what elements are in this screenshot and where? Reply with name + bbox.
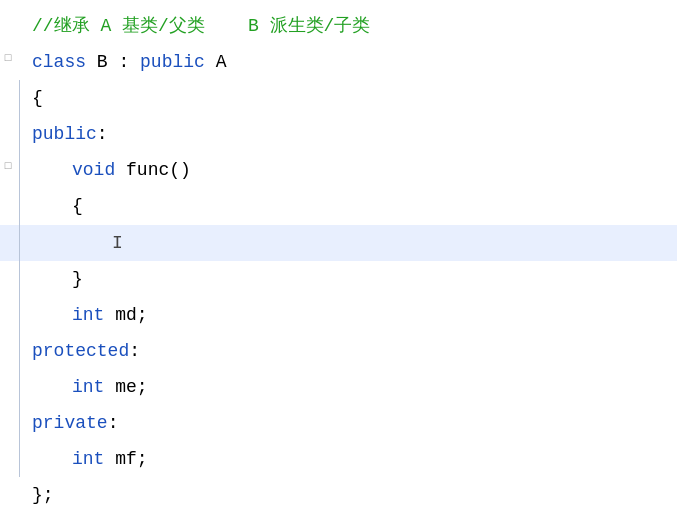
- line-bar-area: [16, 405, 24, 441]
- plain-token: };: [32, 485, 54, 505]
- identifier-token: me;: [115, 377, 147, 397]
- plain-token: [104, 449, 115, 469]
- code-line: {: [0, 188, 677, 224]
- line-text: private:: [24, 405, 677, 441]
- line-gutter[interactable]: □: [0, 152, 16, 188]
- line-text: I: [24, 225, 677, 261]
- comment-token: //继承 A 基类/父类 B 派生类/子类: [32, 16, 370, 36]
- keyword-token: class: [32, 52, 86, 72]
- line-text: int md;: [24, 297, 677, 333]
- line-bar-area: [16, 477, 24, 507]
- line-gutter[interactable]: □: [0, 44, 16, 80]
- line-bar-area: [16, 369, 24, 405]
- line-bar-area: [16, 297, 24, 333]
- text-cursor: I: [112, 233, 123, 253]
- line-text: void func(): [24, 152, 677, 188]
- code-line: int me;: [0, 369, 677, 405]
- line-gutter: [0, 116, 16, 152]
- identifier-token: md;: [115, 305, 147, 325]
- line-gutter: [0, 369, 16, 405]
- plain-token: {: [72, 196, 83, 216]
- line-gutter: [0, 477, 16, 507]
- code-line: I: [0, 225, 677, 261]
- keyword-token: int: [72, 449, 104, 469]
- line-text: {: [24, 80, 677, 116]
- line-bar-area: [16, 333, 24, 369]
- keyword-token: int: [72, 305, 104, 325]
- plain-token: [104, 305, 115, 325]
- identifier-token: A: [216, 52, 227, 72]
- line-text: protected:: [24, 333, 677, 369]
- line-bar-area: [16, 261, 24, 297]
- plain-token: [104, 377, 115, 397]
- plain-token: }: [72, 269, 83, 289]
- line-gutter: [0, 225, 16, 261]
- line-gutter: [0, 333, 16, 369]
- line-gutter: [0, 297, 16, 333]
- lines-container: //继承 A 基类/父类 B 派生类/子类□class B : public A…: [0, 8, 677, 507]
- keyword-token: protected: [32, 341, 129, 361]
- plain-token: [115, 160, 126, 180]
- line-bar-area: [16, 44, 24, 80]
- code-line: □class B : public A: [0, 44, 677, 80]
- line-gutter: [0, 405, 16, 441]
- line-bar-area: [16, 116, 24, 152]
- code-editor: //继承 A 基类/父类 B 派生类/子类□class B : public A…: [0, 0, 677, 507]
- plain-token: :: [108, 413, 119, 433]
- plain-token: :: [97, 124, 108, 144]
- line-gutter: [0, 441, 16, 477]
- code-line: public:: [0, 116, 677, 152]
- line-gutter: [0, 261, 16, 297]
- line-bar-area: [16, 225, 24, 261]
- plain-token: :: [108, 52, 140, 72]
- plain-token: [86, 52, 97, 72]
- line-bar-area: [16, 8, 24, 44]
- line-text: //继承 A 基类/父类 B 派生类/子类: [24, 8, 677, 44]
- keyword-token: private: [32, 413, 108, 433]
- line-gutter: [0, 8, 16, 44]
- identifier-token: B: [97, 52, 108, 72]
- code-line: //继承 A 基类/父类 B 派生类/子类: [0, 8, 677, 44]
- line-bar-area: [16, 441, 24, 477]
- code-line: private:: [0, 405, 677, 441]
- line-text: {: [24, 188, 677, 224]
- line-gutter: [0, 80, 16, 116]
- code-line: int md;: [0, 297, 677, 333]
- keyword-token: public: [140, 52, 205, 72]
- line-bar-area: [16, 188, 24, 224]
- line-text: int mf;: [24, 441, 677, 477]
- line-text: };: [24, 477, 677, 507]
- plain-token: {: [32, 88, 43, 108]
- code-line: }: [0, 261, 677, 297]
- identifier-token: mf;: [115, 449, 147, 469]
- line-text: int me;: [24, 369, 677, 405]
- code-line: protected:: [0, 333, 677, 369]
- plain-token: :: [129, 341, 140, 361]
- line-gutter: [0, 188, 16, 224]
- code-line: int mf;: [0, 441, 677, 477]
- identifier-token: func(): [126, 160, 191, 180]
- code-line: };: [0, 477, 677, 507]
- keyword-token: int: [72, 377, 104, 397]
- keyword-token: void: [72, 160, 115, 180]
- line-text: public:: [24, 116, 677, 152]
- line-text: class B : public A: [24, 44, 677, 80]
- keyword-token: public: [32, 124, 97, 144]
- line-text: }: [24, 261, 677, 297]
- line-bar-area: [16, 152, 24, 188]
- code-line: □void func(): [0, 152, 677, 188]
- code-line: {: [0, 80, 677, 116]
- plain-token: [205, 52, 216, 72]
- line-bar-area: [16, 80, 24, 116]
